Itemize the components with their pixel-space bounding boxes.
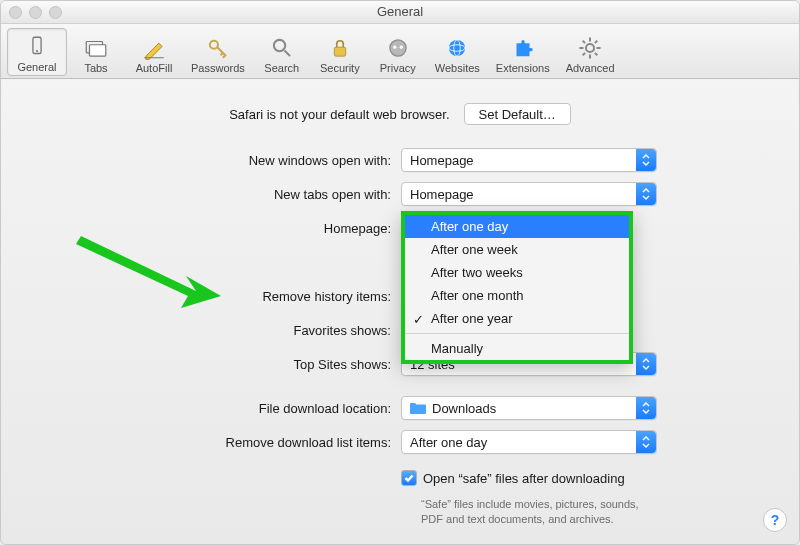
toolbar-websites[interactable]: Websites — [427, 28, 488, 76]
default-browser-message: Safari is not your default web browser. — [229, 107, 449, 122]
chevron-updown-icon — [636, 183, 656, 205]
menu-option-after-two-weeks[interactable]: After two weeks — [405, 261, 629, 284]
toolbar-label: Privacy — [380, 62, 416, 74]
menu-separator — [405, 333, 629, 334]
toolbar-general[interactable]: General — [7, 28, 67, 76]
puzzle-icon — [509, 34, 537, 62]
remove-history-menu: After one day After one week After two w… — [401, 211, 633, 364]
svg-line-22 — [595, 53, 597, 55]
menu-option-after-one-year[interactable]: ✓ After one year — [405, 307, 629, 330]
menu-option-after-one-month[interactable]: After one month — [405, 284, 629, 307]
chevron-updown-icon — [636, 149, 656, 171]
remove-downloads-label: Remove download list items: — [41, 435, 401, 450]
top-sites-label: Top Sites shows: — [41, 357, 401, 372]
menu-option-manually[interactable]: Manually — [405, 337, 629, 360]
new-windows-select[interactable]: Homepage — [401, 148, 657, 172]
chevron-updown-icon — [636, 353, 656, 375]
close-window-button[interactable] — [9, 6, 22, 19]
toolbar-extensions[interactable]: Extensions — [488, 28, 558, 76]
toolbar-security[interactable]: Security — [311, 28, 369, 76]
tabs-icon — [82, 34, 110, 62]
zoom-window-button[interactable] — [49, 6, 62, 19]
autofill-icon — [140, 34, 168, 62]
svg-line-7 — [284, 50, 290, 56]
select-value: After one day — [410, 435, 487, 450]
checkmark-icon: ✓ — [413, 312, 424, 327]
toolbar-privacy[interactable]: Privacy — [369, 28, 427, 76]
svg-rect-8 — [334, 47, 345, 56]
toolbar-label: General — [17, 61, 56, 73]
privacy-icon — [384, 34, 412, 62]
toolbar-label: Advanced — [566, 62, 615, 74]
general-icon — [23, 33, 51, 61]
toolbar-label: AutoFill — [136, 62, 173, 74]
svg-point-12 — [399, 46, 402, 49]
menu-option-after-one-week[interactable]: After one week — [405, 238, 629, 261]
annotation-arrow — [76, 226, 226, 316]
key-icon — [204, 34, 232, 62]
toolbar-tabs[interactable]: Tabs — [67, 28, 125, 76]
search-icon — [268, 34, 296, 62]
toolbar-label: Websites — [435, 62, 480, 74]
select-value: Homepage — [410, 187, 474, 202]
help-button[interactable]: ? — [763, 508, 787, 532]
toolbar-search[interactable]: Search — [253, 28, 311, 76]
open-safe-checkbox[interactable] — [401, 470, 417, 486]
lock-icon — [326, 34, 354, 62]
svg-line-24 — [595, 41, 597, 43]
minimize-window-button[interactable] — [29, 6, 42, 19]
titlebar: General — [1, 1, 799, 24]
gear-icon — [576, 34, 604, 62]
toolbar-label: Passwords — [191, 62, 245, 74]
chevron-updown-icon — [636, 431, 656, 453]
svg-point-6 — [274, 40, 285, 51]
svg-line-21 — [583, 41, 585, 43]
download-location-select[interactable]: Downloads — [401, 396, 657, 420]
toolbar-label: Extensions — [496, 62, 550, 74]
preferences-toolbar: General Tabs AutoFill Passwords Search — [1, 24, 799, 79]
svg-point-16 — [586, 44, 594, 52]
svg-line-23 — [583, 53, 585, 55]
chevron-updown-icon — [636, 397, 656, 419]
svg-rect-3 — [90, 45, 106, 56]
toolbar-label: Tabs — [84, 62, 107, 74]
toolbar-label: Search — [264, 62, 299, 74]
open-safe-label: Open “safe” files after downloading — [423, 471, 625, 486]
menu-option-after-one-day[interactable]: After one day — [405, 215, 629, 238]
select-value: Homepage — [410, 153, 474, 168]
new-tabs-select[interactable]: Homepage — [401, 182, 657, 206]
open-safe-hint: “Safe” files include movies, pictures, s… — [401, 497, 661, 527]
folder-icon — [410, 402, 426, 414]
favorites-label: Favorites shows: — [41, 323, 401, 338]
remove-downloads-select[interactable]: After one day — [401, 430, 657, 454]
globe-icon — [443, 34, 471, 62]
svg-point-11 — [393, 46, 396, 49]
toolbar-label: Security — [320, 62, 360, 74]
download-location-label: File download location: — [41, 401, 401, 416]
new-windows-label: New windows open with: — [41, 153, 401, 168]
select-value: Downloads — [432, 401, 496, 416]
set-default-button[interactable]: Set Default… — [464, 103, 571, 125]
toolbar-advanced[interactable]: Advanced — [558, 28, 623, 76]
new-tabs-label: New tabs open with: — [41, 187, 401, 202]
toolbar-passwords[interactable]: Passwords — [183, 28, 253, 76]
window-title: General — [377, 4, 423, 19]
traffic-lights — [9, 6, 62, 19]
svg-point-13 — [449, 40, 465, 56]
svg-point-1 — [36, 50, 38, 52]
preferences-window: General General Tabs AutoFill Passwords — [0, 0, 800, 545]
toolbar-autofill[interactable]: AutoFill — [125, 28, 183, 76]
